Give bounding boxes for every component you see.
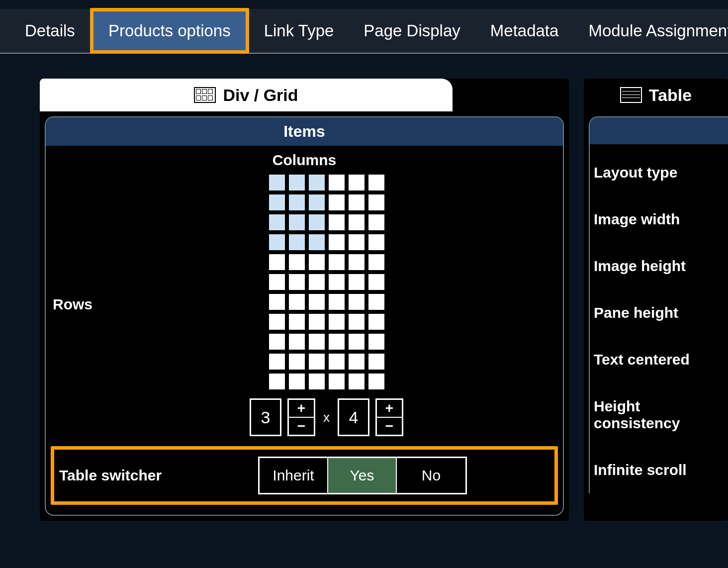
switcher-no-button[interactable]: No	[397, 458, 465, 493]
grid-cell[interactable]	[308, 193, 326, 211]
switcher-inherit-button[interactable]: Inherit	[260, 458, 328, 493]
grid-cell[interactable]	[367, 174, 385, 191]
grid-cell[interactable]	[328, 273, 346, 291]
grid-cell[interactable]	[328, 313, 346, 331]
table-icon	[620, 87, 642, 103]
tab-products-options[interactable]: Products options	[93, 11, 246, 50]
grid-cell[interactable]	[288, 353, 306, 371]
tab-metadata[interactable]: Metadata	[475, 11, 574, 50]
stepper-row: 3 + − x 4 + −	[250, 398, 403, 436]
option-infinite-scroll[interactable]: Infinite scroll	[590, 447, 728, 493]
grid-cell[interactable]	[367, 193, 385, 211]
columns-value[interactable]: 3	[250, 398, 281, 436]
grid-cell[interactable]	[348, 233, 365, 251]
grid-cell[interactable]	[328, 174, 346, 191]
grid-cell[interactable]	[328, 293, 346, 311]
grid-cell[interactable]	[268, 313, 286, 331]
tab-link-type[interactable]: Link Type	[249, 11, 349, 50]
grid-cell[interactable]	[288, 213, 306, 231]
grid-cell[interactable]	[268, 233, 286, 251]
panel-tab-div-grid[interactable]: Div / Grid	[40, 79, 453, 111]
right-header	[590, 117, 728, 144]
grid-cell[interactable]	[367, 253, 385, 271]
grid-section: Rows 3 + − x 4 + −	[46, 173, 563, 436]
grid-cell[interactable]	[308, 174, 326, 191]
grid-cell[interactable]	[288, 233, 306, 251]
grid-selector[interactable]	[267, 173, 386, 391]
option-image-height[interactable]: Image height	[590, 243, 728, 289]
grid-cell[interactable]	[348, 293, 365, 311]
grid-cell[interactable]	[348, 353, 365, 371]
grid-cell[interactable]	[308, 253, 326, 271]
columns-plus-button[interactable]: +	[289, 400, 314, 418]
grid-cell[interactable]	[288, 293, 306, 311]
grid-cell[interactable]	[308, 313, 326, 331]
grid-cell[interactable]	[308, 273, 326, 291]
grid-cell[interactable]	[348, 253, 365, 271]
grid-cell[interactable]	[268, 253, 286, 271]
grid-cell[interactable]	[328, 333, 346, 351]
grid-cell[interactable]	[308, 233, 326, 251]
option-image-width[interactable]: Image width	[590, 196, 728, 243]
grid-cell[interactable]	[308, 213, 326, 231]
grid-cell[interactable]	[367, 273, 385, 291]
grid-cell[interactable]	[328, 253, 346, 271]
switcher-yes-button[interactable]: Yes	[328, 458, 397, 493]
option-pane-height[interactable]: Pane height	[590, 289, 728, 336]
grid-cell[interactable]	[348, 273, 365, 291]
grid-cell[interactable]	[348, 213, 365, 231]
grid-cell[interactable]	[268, 174, 286, 191]
grid-cell[interactable]	[367, 293, 385, 311]
grid-cell[interactable]	[288, 373, 306, 390]
grid-cell[interactable]	[288, 333, 306, 351]
rows-plus-button[interactable]: +	[377, 400, 402, 418]
grid-cell[interactable]	[308, 353, 326, 371]
grid-cell[interactable]	[288, 313, 306, 331]
columns-minus-button[interactable]: −	[289, 418, 314, 435]
tabs-bar: Details Products options Link Type Page …	[0, 9, 728, 54]
grid-cell[interactable]	[328, 233, 346, 251]
rows-value[interactable]: 4	[338, 398, 369, 436]
columns-stepper: + −	[287, 398, 315, 436]
grid-cell[interactable]	[288, 174, 306, 191]
grid-cell[interactable]	[367, 213, 385, 231]
grid-cell[interactable]	[308, 293, 326, 311]
grid-cell[interactable]	[367, 373, 385, 390]
grid-cell[interactable]	[348, 193, 365, 211]
grid-cell[interactable]	[328, 353, 346, 371]
grid-icon	[194, 87, 216, 103]
rows-minus-button[interactable]: −	[377, 418, 402, 435]
option-layout-type[interactable]: Layout type	[590, 149, 728, 196]
grid-cell[interactable]	[268, 373, 286, 390]
grid-cell[interactable]	[328, 193, 346, 211]
grid-cell[interactable]	[268, 333, 286, 351]
tab-module-assignment[interactable]: Module Assignment	[573, 11, 728, 50]
grid-cell[interactable]	[348, 174, 365, 191]
grid-cell[interactable]	[328, 213, 346, 231]
panel-tab-label: Table	[649, 86, 692, 105]
grid-cell[interactable]	[288, 253, 306, 271]
option-text-centered[interactable]: Text centered	[590, 336, 728, 383]
grid-cell[interactable]	[328, 373, 346, 390]
grid-cell[interactable]	[348, 313, 365, 331]
grid-cell[interactable]	[367, 353, 385, 371]
tab-products-options-highlight: Products options	[90, 8, 249, 54]
grid-cell[interactable]	[288, 193, 306, 211]
grid-cell[interactable]	[268, 293, 286, 311]
panel-tab-table[interactable]: Table	[584, 79, 728, 111]
tab-details[interactable]: Details	[10, 11, 90, 50]
grid-cell[interactable]	[348, 373, 365, 390]
grid-cell[interactable]	[268, 193, 286, 211]
grid-cell[interactable]	[348, 333, 365, 351]
tab-page-display[interactable]: Page Display	[349, 11, 475, 50]
grid-cell[interactable]	[268, 213, 286, 231]
grid-cell[interactable]	[308, 333, 326, 351]
grid-cell[interactable]	[367, 333, 385, 351]
grid-cell[interactable]	[367, 233, 385, 251]
grid-cell[interactable]	[308, 373, 326, 390]
grid-cell[interactable]	[268, 273, 286, 291]
option-height-consistency[interactable]: Height consistency	[590, 383, 728, 447]
grid-cell[interactable]	[268, 353, 286, 371]
grid-cell[interactable]	[288, 273, 306, 291]
grid-cell[interactable]	[367, 313, 385, 331]
